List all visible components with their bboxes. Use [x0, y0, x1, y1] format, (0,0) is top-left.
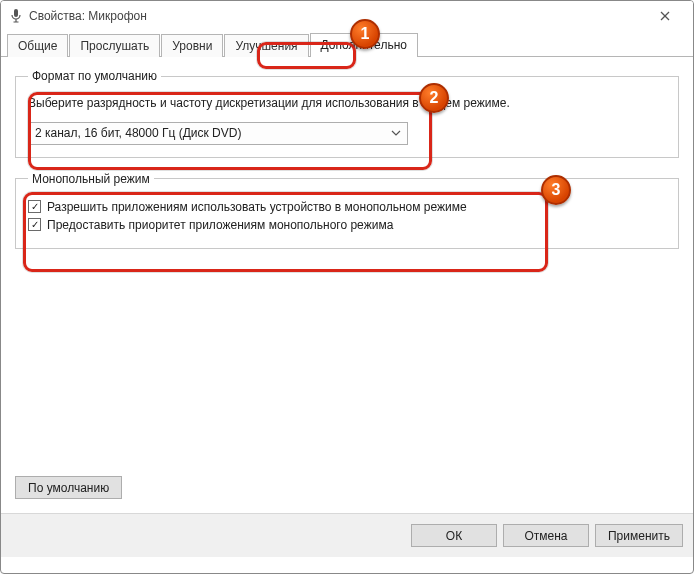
close-button[interactable]: [645, 2, 685, 30]
format-dropdown[interactable]: 2 канал, 16 бит, 48000 Гц (Диск DVD): [28, 122, 408, 145]
chevron-down-icon: [389, 126, 403, 140]
microphone-icon: [9, 9, 23, 23]
apply-button[interactable]: Применить: [595, 524, 683, 547]
legend-exclusive: Монопольный режим: [28, 172, 154, 186]
ok-button[interactable]: ОК: [411, 524, 497, 547]
tab-listen[interactable]: Прослушать: [69, 34, 160, 57]
titlebar: Свойства: Микрофон: [1, 1, 693, 31]
dialog-footer: ОК Отмена Применить: [1, 513, 693, 557]
tab-levels[interactable]: Уровни: [161, 34, 223, 57]
tabstrip: Общие Прослушать Уровни Улучшения Дополн…: [1, 31, 693, 57]
default-format-description: Выберите разрядность и частоту дискретиз…: [28, 95, 666, 112]
tab-general[interactable]: Общие: [7, 34, 68, 57]
tab-enhancements[interactable]: Улучшения: [224, 34, 308, 57]
checkbox-exclusive-priority[interactable]: ✓: [28, 218, 41, 231]
window-title: Свойства: Микрофон: [29, 9, 147, 23]
format-dropdown-value: 2 канал, 16 бит, 48000 Гц (Диск DVD): [35, 126, 241, 140]
checkbox-allow-exclusive[interactable]: ✓: [28, 200, 41, 213]
group-exclusive-mode: Монопольный режим ✓ Разрешить приложения…: [15, 172, 679, 249]
svg-rect-0: [14, 9, 18, 17]
tab-advanced[interactable]: Дополнительно: [310, 33, 418, 57]
legend-default-format: Формат по умолчанию: [28, 69, 161, 83]
label-allow-exclusive: Разрешить приложениям использовать устро…: [47, 200, 467, 214]
label-exclusive-priority: Предоставить приоритет приложениям моноп…: [47, 218, 393, 232]
group-default-format: Формат по умолчанию Выберите разрядность…: [15, 69, 679, 158]
tab-body-advanced: Формат по умолчанию Выберите разрядность…: [1, 57, 693, 513]
restore-defaults-button[interactable]: По умолчанию: [15, 476, 122, 499]
cancel-button[interactable]: Отмена: [503, 524, 589, 547]
